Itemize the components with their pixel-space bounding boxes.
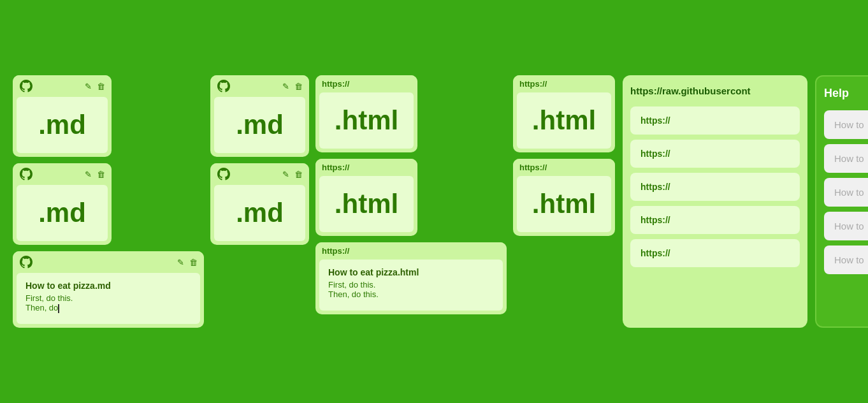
html-card-1-header: https:// [315, 75, 417, 92]
html-label-4: .html [532, 189, 596, 219]
html-card-3-header: https:// [513, 75, 615, 92]
html-card-1-url: https:// [322, 79, 349, 89]
md-card-3-body: .md [214, 97, 305, 153]
md-text-card-body: How to eat pizza.md First, do this. Then… [17, 273, 200, 324]
md-text-card: ✎ 🗑 How to eat pizza.md First, do this. … [13, 251, 204, 328]
html-text-card-body: How to eat pizza.html First, do this. Th… [319, 260, 503, 311]
main-container: ✎ 🗑 .md [0, 62, 868, 341]
github-item-3[interactable]: https:// [630, 173, 800, 201]
github-icon-text [19, 255, 33, 269]
github-icon-2 [19, 167, 33, 181]
html-card-2: https:// .html [315, 159, 417, 236]
github-icon-1 [19, 79, 33, 93]
text-cursor [58, 304, 59, 313]
md-label-4: .md [236, 198, 284, 228]
html-text-card-header: https:// [315, 242, 507, 260]
github-panel: https://raw.githubusercont https:// http… [623, 75, 807, 328]
help-item-1[interactable]: How to [824, 110, 868, 139]
html-card-3-url: https:// [519, 79, 547, 89]
md-col-1: ✎ 🗑 .md [13, 75, 204, 328]
help-item-4[interactable]: How to [824, 212, 868, 240]
html-card-4-body: .html [517, 176, 611, 232]
md-card-2-body: .md [17, 185, 108, 241]
github-item-5[interactable]: https:// [630, 239, 800, 267]
md-label-1: .md [38, 110, 86, 140]
help-item-2[interactable]: How to [824, 144, 868, 173]
md-card-1: ✎ 🗑 .md [13, 75, 112, 157]
html-area: https:// .html https:// .html [315, 75, 615, 328]
edit-icon-4[interactable]: ✎ [282, 170, 289, 179]
md-line-1: First, do this. [25, 293, 191, 303]
github-icon-3 [217, 79, 231, 93]
md-card-4: ✎ 🗑 .md [210, 163, 309, 245]
html-card-3: https:// .html [513, 75, 615, 152]
md-card-4-actions: ✎ 🗑 [282, 170, 303, 179]
md-card-2-actions: ✎ 🗑 [85, 170, 105, 179]
delete-icon-4[interactable]: 🗑 [294, 170, 303, 179]
help-item-3[interactable]: How to [824, 178, 868, 207]
md-card-2-header-left [19, 167, 33, 181]
github-item-2[interactable]: https:// [630, 140, 800, 168]
md-card-3-header-left [217, 79, 231, 93]
html-card-4-url: https:// [519, 163, 547, 172]
html-card-1-body: .html [319, 92, 414, 149]
md-card-1-header-left [19, 79, 33, 93]
html-label-1: .html [335, 105, 398, 136]
edit-icon-2[interactable]: ✎ [85, 170, 92, 179]
html-card-1: https:// .html [315, 75, 417, 152]
html-card-2-body: .html [319, 176, 414, 232]
md-card-3: ✎ 🗑 .md [210, 75, 309, 157]
delete-icon-text[interactable]: 🗑 [189, 258, 198, 267]
html-label-3: .html [532, 105, 596, 136]
html-label-2: .html [335, 189, 398, 219]
md-text-card-header: ✎ 🗑 [13, 251, 204, 273]
md-card-2: ✎ 🗑 .md [13, 163, 112, 245]
html-card-4: https:// .html [513, 159, 615, 236]
github-item-4[interactable]: https:// [630, 206, 800, 234]
md-label-2: .md [38, 198, 86, 228]
md-card-4-header-left [217, 167, 231, 181]
html-card-3-body: .html [517, 92, 611, 149]
md-line-2: Then, do [25, 303, 191, 313]
md-col-2: ✎ 🗑 .md [210, 75, 309, 328]
html-text-card: https:// How to eat pizza.html First, do… [315, 242, 507, 314]
md-card-2-header: ✎ 🗑 [13, 163, 112, 185]
html-card-4-header: https:// [513, 159, 615, 176]
github-icon-4 [217, 167, 231, 181]
md-filename: How to eat pizza.md [25, 281, 191, 291]
md-card-4-body: .md [214, 185, 305, 241]
md-card-4-header: ✎ 🗑 [210, 163, 309, 185]
help-item-5[interactable]: How to [824, 245, 868, 274]
html-filename: How to eat pizza.html [328, 267, 494, 277]
edit-icon-text[interactable]: ✎ [177, 258, 184, 267]
html-col-1: https:// .html https:// .html [315, 75, 507, 328]
html-line-1: First, do this. [328, 280, 494, 289]
left-area: ✎ 🗑 .md [13, 75, 615, 328]
html-text-card-url: https:// [322, 246, 349, 256]
md-card-1-body: .md [17, 97, 108, 153]
delete-icon-2[interactable]: 🗑 [97, 170, 105, 179]
html-col-2: https:// .html https:// .html [513, 75, 615, 328]
github-panel-header: https://raw.githubusercont [630, 83, 800, 101]
github-item-1[interactable]: https:// [630, 106, 800, 135]
help-panel: Help How to How to How to How to How to [815, 75, 868, 328]
help-panel-header: Help [824, 84, 868, 105]
html-card-2-url: https:// [322, 163, 349, 172]
html-card-2-header: https:// [315, 159, 417, 176]
md-label-3: .md [236, 110, 284, 140]
md-card-1-header: ✎ 🗑 [13, 75, 112, 97]
md-card-3-actions: ✎ 🗑 [282, 82, 303, 91]
edit-icon-1[interactable]: ✎ [85, 82, 92, 91]
md-card-1-actions: ✎ 🗑 [85, 82, 105, 91]
delete-icon-3[interactable]: 🗑 [294, 82, 303, 91]
edit-icon-3[interactable]: ✎ [282, 82, 289, 91]
md-text-card-header-left [19, 255, 33, 269]
md-card-3-header: ✎ 🗑 [210, 75, 309, 97]
delete-icon-1[interactable]: 🗑 [97, 82, 105, 91]
md-text-card-actions: ✎ 🗑 [177, 258, 198, 267]
html-line-2: Then, do this. [328, 289, 494, 299]
